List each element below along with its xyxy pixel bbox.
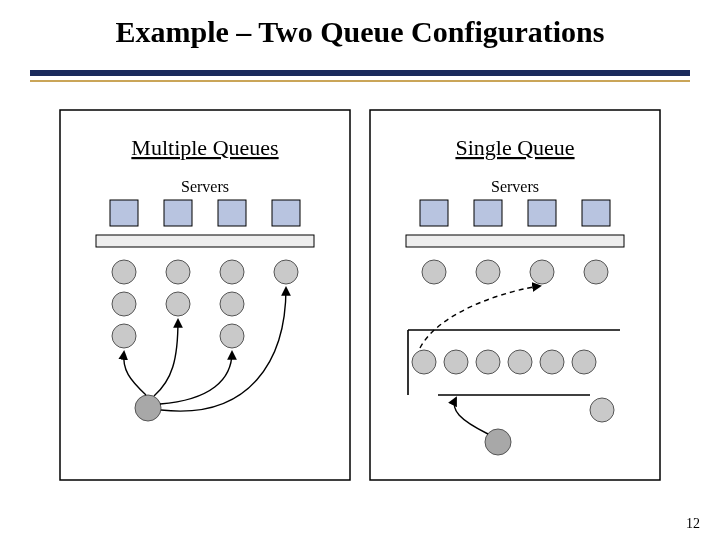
join-arrow-icon — [454, 398, 488, 434]
customer-icon — [112, 324, 136, 348]
slide-canvas: Example – Two Queue Configurations Multi… — [0, 0, 720, 540]
served-row — [422, 260, 608, 284]
servers-label-right: Servers — [491, 178, 539, 195]
customer-icon — [590, 398, 614, 422]
server-icon — [420, 200, 448, 226]
customer-icon — [166, 260, 190, 284]
customer-icon — [444, 350, 468, 374]
server-icon — [582, 200, 610, 226]
server-icon — [218, 200, 246, 226]
panel-title-right: Single Queue — [455, 135, 574, 160]
servers-label-left: Servers — [181, 178, 229, 195]
queues-left — [112, 260, 298, 348]
arrow-icon — [154, 320, 178, 396]
customer-icon — [112, 260, 136, 284]
panel-title-left: Multiple Queues — [131, 135, 278, 160]
customer-icon — [220, 260, 244, 284]
panel-border-left — [60, 110, 350, 480]
servers-left — [110, 200, 300, 226]
customer-icon — [412, 350, 436, 374]
customer-icon — [220, 324, 244, 348]
customer-icon — [112, 292, 136, 316]
rule-top — [30, 70, 690, 76]
server-icon — [164, 200, 192, 226]
rule-bottom — [30, 80, 690, 82]
server-icon — [110, 200, 138, 226]
customer-icon — [476, 260, 500, 284]
customer-icon — [274, 260, 298, 284]
customer-icon — [166, 292, 190, 316]
panel-single-queue: Single Queue Servers — [370, 110, 660, 480]
single-line — [412, 350, 614, 422]
server-icon — [272, 200, 300, 226]
panel-multiple-queues: Multiple Queues Servers — [60, 110, 350, 480]
slide-title: Example – Two Queue Configurations — [116, 15, 605, 48]
page-number: 12 — [686, 516, 700, 531]
panel-border-right — [370, 110, 660, 480]
customer-icon — [530, 260, 554, 284]
choice-arrows — [124, 288, 286, 411]
customer-icon — [540, 350, 564, 374]
counter-left — [96, 235, 314, 247]
customer-icon — [220, 292, 244, 316]
servers-right — [420, 200, 610, 226]
customer-icon — [422, 260, 446, 284]
arriving-customer-right — [485, 429, 511, 455]
customer-icon — [584, 260, 608, 284]
customer-icon — [572, 350, 596, 374]
arrow-icon — [160, 352, 232, 404]
arriving-customer-left — [135, 395, 161, 421]
counter-right — [406, 235, 624, 247]
arrow-icon — [124, 352, 146, 395]
server-icon — [528, 200, 556, 226]
server-icon — [474, 200, 502, 226]
customer-icon — [508, 350, 532, 374]
dispatch-arrow-icon — [420, 286, 540, 348]
customer-icon — [476, 350, 500, 374]
